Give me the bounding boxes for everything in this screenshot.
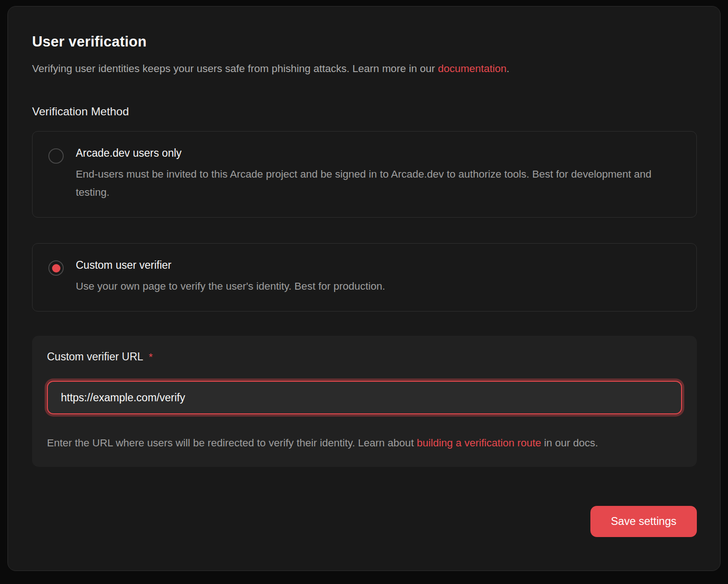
- radio-unselected-icon[interactable]: [48, 148, 64, 164]
- radio-selected-icon[interactable]: [48, 260, 64, 276]
- custom-verifier-url-input[interactable]: [47, 381, 682, 414]
- page-title: User verification: [32, 33, 697, 50]
- url-helper-text: Enter the URL where users will be redire…: [47, 434, 679, 452]
- option-label: Arcade.dev users only: [76, 146, 681, 161]
- required-asterisk: *: [149, 351, 153, 363]
- verification-method-heading: Verification Method: [32, 105, 697, 118]
- user-verification-card: User verification Verifying user identit…: [7, 6, 721, 571]
- helper-text-after: in our docs.: [541, 437, 598, 449]
- footer-row: Save settings: [32, 506, 697, 537]
- verification-route-link[interactable]: building a verification route: [417, 437, 541, 449]
- option-label: Custom user verifier: [76, 258, 385, 273]
- option-text: Arcade.dev users only End-users must be …: [76, 146, 681, 201]
- option-description: Use your own page to verify the user's i…: [76, 277, 385, 295]
- helper-text-before: Enter the URL where users will be redire…: [47, 437, 417, 449]
- radio-dot: [52, 264, 60, 272]
- documentation-link[interactable]: documentation: [438, 63, 507, 74]
- custom-verifier-url-panel: Custom verifier URL * Enter the URL wher…: [32, 336, 697, 467]
- save-settings-button[interactable]: Save settings: [590, 506, 697, 537]
- page-subtitle-period: .: [507, 63, 510, 74]
- page-subtitle: Verifying user identities keeps your use…: [32, 61, 697, 76]
- option-custom-user-verifier[interactable]: Custom user verifier Use your own page t…: [32, 243, 697, 312]
- option-text: Custom user verifier Use your own page t…: [76, 258, 385, 295]
- field-label-row: Custom verifier URL *: [47, 351, 682, 363]
- option-description: End-users must be invited to this Arcade…: [76, 165, 681, 201]
- custom-verifier-url-label: Custom verifier URL: [47, 351, 143, 363]
- page-subtitle-text: Verifying user identities keeps your use…: [32, 63, 438, 74]
- option-arcade-users-only[interactable]: Arcade.dev users only End-users must be …: [32, 131, 697, 218]
